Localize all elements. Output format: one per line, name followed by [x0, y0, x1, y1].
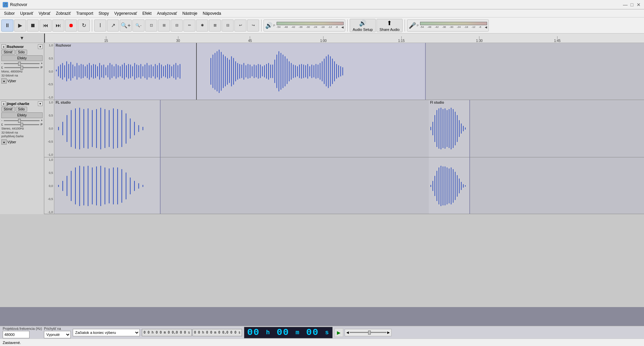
track2-container: x jingel charlie ▼ Stímiť Sólo Efekty - …: [0, 100, 644, 214]
window-title: Rozhovor: [10, 2, 27, 7]
svg-rect-4: [54, 157, 160, 214]
zoom-out-tool[interactable]: 🔍-: [132, 19, 144, 32]
multi-tool[interactable]: ✱: [196, 19, 208, 32]
track1-mute-button[interactable]: Stímiť: [1, 50, 15, 55]
menu-tools[interactable]: Nástroje: [180, 10, 200, 16]
track2-pan-slider[interactable]: [4, 124, 39, 125]
track2-effects-button[interactable]: Efekty: [1, 112, 43, 118]
track1-footer-label: Výber: [7, 79, 16, 83]
envelope-tool[interactable]: ↗: [107, 19, 119, 32]
track2-footer-arrow[interactable]: ▲: [1, 139, 7, 145]
fit-tool[interactable]: ⊡: [145, 19, 157, 32]
share-audio-label: Share Audio: [379, 28, 400, 32]
track2-mute-button[interactable]: Stímiť: [1, 107, 15, 112]
track1-gain-slider[interactable]: [4, 63, 40, 64]
menu-generate[interactable]: Vygenerovať: [112, 10, 140, 16]
snap-label: Prichytiť na: [44, 327, 71, 331]
track1-controls: x Rozhovor ▼ Stímiť Sólo Efekty - + Ľ: [0, 43, 44, 100]
statusbar: Zastavené.: [0, 339, 644, 346]
track1-dropdown[interactable]: ▼: [38, 44, 43, 49]
zoom-extra-tool[interactable]: ⊟: [171, 19, 183, 32]
horizontal-scrollbar[interactable]: [0, 307, 644, 326]
redo-tool[interactable]: ↪: [247, 19, 259, 32]
cursor-tool[interactable]: I: [94, 19, 106, 32]
track2-clip2-top-label: Fl studio: [430, 101, 444, 104]
track2-footer-label: Výber: [7, 140, 16, 144]
bottom-toolbar: Projektová frekvencia (Hz) Prichytiť na …: [0, 326, 644, 339]
input-meter-area: 🎤 P -54-48-42-36-30-24-18-12-6◀: [407, 19, 489, 32]
track1-pan-slider[interactable]: [4, 67, 39, 68]
track2-gain-slider[interactable]: [4, 120, 40, 121]
track1-effects-button[interactable]: Efekty: [1, 55, 43, 61]
track1-footer-arrow[interactable]: ▲: [1, 78, 7, 84]
maximize-button[interactable]: □: [629, 2, 635, 7]
toolbar-separator-4: [405, 19, 405, 32]
track1-pan-p: P: [41, 66, 43, 69]
track2-solo-button[interactable]: Sólo: [16, 107, 27, 112]
track1-pan-l: Ľ: [1, 66, 3, 69]
range-select[interactable]: Začiatok a koniec výberu: [73, 329, 140, 336]
audio-setup-button[interactable]: 🔊 Audio Setup: [350, 19, 376, 32]
menu-transport[interactable]: Transport: [73, 10, 96, 16]
track1-waveform-svg: [54, 43, 425, 100]
volume-p-label: P: [273, 24, 275, 27]
close-button[interactable]: ✕: [636, 2, 641, 7]
playback-slider-min: ◀: [346, 331, 349, 334]
menu-tracks[interactable]: Stopy: [96, 10, 112, 16]
track2-pan-l: Ľ: [1, 123, 3, 126]
track1-gain-row: - +: [1, 62, 43, 65]
undo-tool[interactable]: ↩: [234, 19, 246, 32]
track2-close-button[interactable]: x: [1, 101, 6, 106]
toolbar-separator-1: [92, 19, 92, 32]
menu-file[interactable]: Súbor: [1, 10, 17, 16]
bottom-play-button[interactable]: ▶: [335, 328, 343, 337]
track1-waveform[interactable]: Rozhovor: [54, 43, 644, 100]
track1-scale: 1,0 0,5 0,0 -0,5 -1,0: [44, 43, 54, 100]
pause-button[interactable]: ⏸: [1, 19, 13, 32]
skip-forward-button[interactable]: ⏭: [52, 19, 64, 32]
track2-dropdown[interactable]: ▼: [38, 101, 43, 106]
zoom-in-tool[interactable]: 🔍+: [120, 19, 132, 32]
silence-tool[interactable]: ⊟: [222, 19, 234, 32]
track2-gain-plus: +: [41, 119, 43, 122]
snap-select[interactable]: Vypnuté: [44, 331, 71, 338]
record-button[interactable]: ⏺: [65, 19, 77, 32]
draw-tool[interactable]: ✏: [183, 19, 195, 32]
toolbar-separator-2: [261, 19, 261, 32]
playhead-triangle: ▼: [20, 35, 24, 41]
svg-rect-2: [54, 100, 160, 157]
share-audio-button[interactable]: ⬆ Share Audio: [376, 19, 403, 32]
input-p-label: P: [417, 24, 419, 27]
track2-top-waveform[interactable]: FL studio Fl studio: [54, 100, 644, 157]
tracks-area: x Rozhovor ▼ Stímiť Sólo Efekty - + Ľ: [0, 43, 644, 307]
menu-analyze[interactable]: Analyzovať: [154, 10, 180, 16]
track2-top-waveform-svg: [54, 100, 160, 157]
track2-bottom-waveform[interactable]: [54, 157, 644, 214]
audio-setup-icon: 🔊: [359, 19, 366, 27]
skip-back-button[interactable]: ⏮: [40, 19, 52, 32]
freq-label: Projektová frekvencia (Hz): [3, 327, 42, 331]
freq-input[interactable]: [3, 331, 30, 338]
menu-help[interactable]: Nápoveda: [200, 10, 224, 16]
playback-speed-slider[interactable]: [350, 332, 387, 333]
toolbar: ⏸ ▶ ⏹ ⏮ ⏭ ⏺ ↻ I ↗ 🔍+ 🔍- ⊡ ⊞ ⊟ ✏ ✱ ⊠ ⊟ ↩ …: [0, 17, 644, 34]
stop-button[interactable]: ⏹: [27, 19, 39, 32]
trim-tool[interactable]: ⊠: [209, 19, 221, 32]
loop-button[interactable]: ↻: [78, 19, 90, 32]
track1-container: x Rozhovor ▼ Stímiť Sólo Efekty - + Ľ: [0, 43, 644, 100]
track2-name: jingel charlie: [7, 102, 37, 106]
minimize-button[interactable]: —: [623, 2, 628, 7]
playback-slider-max: ▶: [387, 331, 390, 334]
play-button[interactable]: ▶: [14, 19, 26, 32]
menu-select[interactable]: Vybrať: [36, 10, 53, 16]
track2-pan-row: Ľ P: [1, 123, 43, 126]
volume-icon: 🔊: [265, 22, 273, 29]
menu-edit[interactable]: Upraviť: [17, 10, 36, 16]
track1-name: Rozhovor: [7, 45, 37, 49]
track1-close-button[interactable]: x: [1, 44, 6, 49]
menu-view[interactable]: Zobraziť: [53, 10, 74, 16]
menu-effect[interactable]: Efekt: [140, 10, 154, 16]
track1-solo-button[interactable]: Sólo: [16, 50, 27, 55]
zoom-sel-tool[interactable]: ⊞: [158, 19, 170, 32]
time-end-display: 0 0 h 0 0 m 0 0,0 0 0 s: [192, 329, 242, 336]
